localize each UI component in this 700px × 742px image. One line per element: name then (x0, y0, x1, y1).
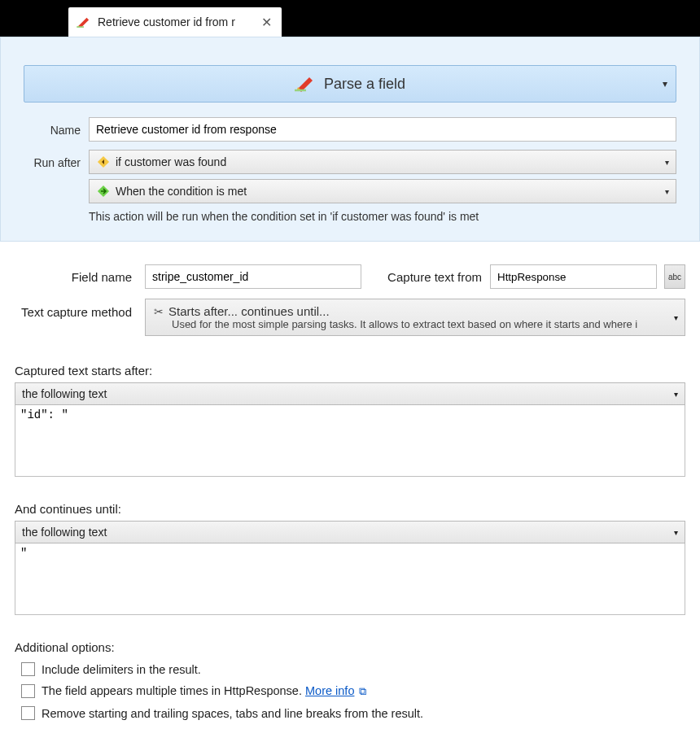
abc-button[interactable]: abc (664, 264, 685, 289)
trim-label: Remove starting and trailing spaces, tab… (42, 707, 423, 720)
chevron-down-icon: ▾ (665, 187, 669, 196)
starts-after-value-input[interactable] (15, 405, 685, 477)
include-delimiters-checkbox[interactable] (21, 662, 35, 676)
chevron-down-icon: ▾ (674, 390, 678, 399)
capture-method-title: Starts after... continues until... (168, 304, 330, 318)
chevron-down-icon: ▾ (674, 528, 678, 537)
tab-title: Retrieve customer id from r (98, 15, 253, 28)
continues-until-value-input[interactable] (15, 543, 685, 615)
more-info-link[interactable]: More info (305, 684, 354, 697)
field-name-label: Field name (15, 270, 137, 284)
action-type-banner[interactable]: Parse a field ▾ (24, 65, 676, 103)
condition-diamond-green-icon (96, 184, 111, 199)
continues-until-mode-text: the following text (22, 526, 107, 539)
external-link-icon: ⧉ (356, 685, 366, 697)
starts-after-mode-select[interactable]: the following text ▾ (15, 382, 685, 405)
multiple-times-checkbox[interactable] (21, 684, 35, 698)
trim-checkbox[interactable] (21, 706, 35, 720)
chevron-down-icon: ▾ (663, 78, 667, 89)
scissors-icon: ✂ (154, 305, 164, 318)
main-panel: Field name Capture text from abc Text ca… (0, 242, 700, 336)
parse-pencil-icon (295, 76, 316, 92)
condition-diamond-icon (96, 155, 111, 169)
tab-bar: Retrieve customer id from r ✕ (0, 0, 700, 37)
lower-scroll-area[interactable]: Captured text starts after: the followin… (0, 346, 700, 722)
options-heading: Additional options: (15, 640, 685, 654)
capture-method-select[interactable]: ✂ Starts after... continues until... Use… (145, 299, 685, 336)
run-after-note: This action will be run when the conditi… (89, 210, 676, 223)
starts-after-mode-text: the following text (22, 387, 107, 400)
field-name-input[interactable] (145, 264, 361, 289)
chevron-down-icon: ▾ (674, 313, 678, 322)
name-label: Name (24, 122, 81, 137)
run-after-parent-select[interactable]: if customer was found ▾ (89, 150, 676, 174)
parse-pencil-icon (77, 16, 91, 28)
continues-until-mode-select[interactable]: the following text ▾ (15, 521, 685, 543)
run-after-parent-text: if customer was found (116, 155, 226, 168)
tab-item[interactable]: Retrieve customer id from r ✕ (68, 7, 282, 37)
run-after-label: Run after (24, 155, 81, 169)
capture-method-desc: Used for the most simple parsing tasks. … (154, 318, 676, 330)
run-after-condition-text: When the condition is met (116, 185, 247, 198)
capture-from-label: Capture text from (370, 270, 482, 284)
capture-method-label: Text capture method (15, 299, 137, 319)
name-input[interactable] (89, 117, 676, 142)
run-after-condition-select[interactable]: When the condition is met ▾ (89, 179, 676, 203)
multiple-times-label: The field appears multiple times in Http… (42, 684, 366, 698)
include-delimiters-label: Include delimiters in the result. (42, 663, 201, 676)
starts-after-label: Captured text starts after: (15, 364, 685, 378)
header-panel: Parse a field ▾ Name Run after if custom… (0, 37, 700, 242)
continues-until-label: And continues until: (15, 502, 685, 516)
chevron-down-icon: ▾ (665, 158, 669, 167)
action-type-label: Parse a field (324, 76, 405, 93)
capture-from-input[interactable] (490, 264, 657, 289)
close-icon[interactable]: ✕ (260, 15, 273, 30)
